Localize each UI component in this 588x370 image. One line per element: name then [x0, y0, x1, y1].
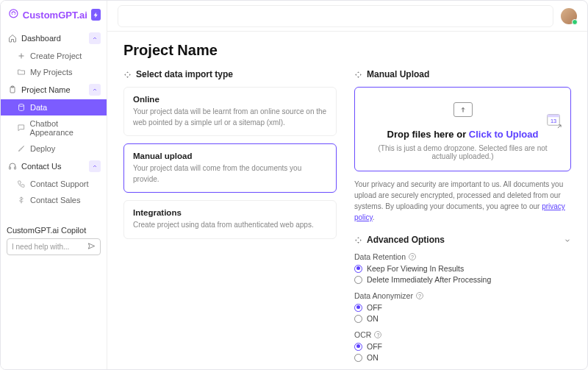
main: Project Name Select data import type Onl…: [107, 1, 587, 369]
privacy-period: .: [373, 213, 375, 221]
radio-anonymizer-on-label: ON: [367, 314, 379, 323]
topbar-search[interactable]: [118, 5, 553, 27]
radio-anonymizer-on[interactable]: ON: [354, 314, 571, 323]
clipboard-icon: [8, 85, 17, 94]
svg-point-2: [15, 14, 15, 15]
import-card-manual-desc: Your project data will come from the doc…: [133, 163, 327, 185]
brand[interactable]: CustomGPT.ai: [1, 1, 107, 29]
help-icon[interactable]: ?: [416, 292, 423, 299]
lightning-icon[interactable]: [91, 9, 101, 21]
import-card-manual-title: Manual upload: [133, 152, 327, 160]
privacy-text: Your privacy and security are important …: [354, 180, 563, 210]
nav-item-deploy[interactable]: Deploy: [1, 140, 107, 157]
import-card-online[interactable]: Online Your project data will be learnt …: [123, 87, 337, 136]
import-card-online-desc: Your project data will be learnt from an…: [133, 107, 327, 128]
radio-retention-delete-label: Delete Immediately After Processing: [367, 275, 491, 284]
svg-point-5: [19, 104, 24, 107]
import-card-manual[interactable]: Manual upload Your project data will com…: [123, 143, 337, 193]
radio-anonymizer-off-label: OFF: [367, 303, 382, 312]
radio-icon: [354, 276, 362, 284]
radio-ocr-on[interactable]: ON: [354, 353, 571, 362]
upload-column: Manual Upload Drop files here or Click t…: [354, 69, 571, 369]
chevron-up-icon: [89, 32, 101, 44]
help-icon[interactable]: ?: [409, 253, 416, 260]
import-type-heading: Select data import type: [123, 69, 337, 79]
sidebar: CustomGPT.ai Dashboard Create Proje: [1, 1, 107, 369]
database-icon: [17, 103, 26, 112]
svg-point-0: [10, 10, 18, 18]
radio-anonymizer-off[interactable]: OFF: [354, 303, 571, 312]
content: Project Name Select data import type Onl…: [107, 32, 587, 369]
radio-retention-delete[interactable]: Delete Immediately After Processing: [354, 275, 571, 284]
drag-handle-icon: [123, 71, 132, 79]
copilot-title: CustomGPT.ai Copilot: [7, 226, 101, 235]
radio-retention-keep[interactable]: Keep For Viewing In Results: [354, 264, 571, 273]
help-icon[interactable]: ?: [374, 331, 381, 338]
advanced-options-header[interactable]: Advanced Options: [354, 235, 571, 245]
phone-icon: [17, 179, 26, 188]
nav-item-chatbot-appearance[interactable]: Chatbot Appearance: [1, 115, 107, 140]
nav-item-data-label: Data: [30, 103, 47, 112]
nav-item-data[interactable]: Data: [1, 99, 107, 115]
nav-item-contact-support-label: Contact Support: [30, 179, 89, 188]
topbar: [107, 1, 587, 32]
nav-item-create-project-label: Create Project: [30, 51, 82, 60]
radio-ocr-on-label: ON: [367, 353, 379, 362]
copilot-section: CustomGPT.ai Copilot I need help with...: [1, 226, 107, 255]
copilot-input[interactable]: I need help with...: [7, 238, 101, 255]
chat-icon: [17, 124, 26, 132]
drag-handle-icon: [354, 236, 362, 244]
avatar[interactable]: [561, 8, 577, 24]
nav-item-contact-sales[interactable]: Contact Sales: [1, 192, 107, 208]
nav-group-dashboard[interactable]: Dashboard: [1, 29, 107, 48]
data-anonymizer-label: Data Anonymizer: [354, 291, 413, 300]
nav-group-contact-label: Contact Us: [21, 162, 61, 171]
calendar-icon: 13: [545, 111, 562, 127]
nav-item-create-project[interactable]: Create Project: [1, 48, 107, 64]
rocket-icon: [17, 144, 26, 153]
drag-handle-icon: [354, 71, 362, 79]
brand-name: CustomGPT.ai: [23, 10, 87, 21]
radio-icon: [354, 315, 362, 323]
nav-item-chatbot-appearance-label: Chatbot Appearance: [30, 119, 101, 137]
radio-icon: [354, 343, 362, 351]
import-card-online-title: Online: [133, 95, 327, 104]
plus-icon: [17, 51, 26, 60]
nav-item-my-projects-label: My Projects: [30, 68, 72, 77]
data-retention-group: Data Retention ? Keep For Viewing In Res…: [354, 252, 571, 284]
upload-icon: [453, 102, 473, 117]
page-title: Project Name: [107, 42, 587, 69]
upload-heading-text: Manual Upload: [367, 69, 429, 79]
nav-group-project[interactable]: Project Name: [1, 80, 107, 99]
import-type-heading-text: Select data import type: [136, 69, 233, 79]
dropzone[interactable]: Drop files here or Click to Upload (This…: [354, 87, 571, 171]
import-card-integrations-desc: Create project using data from authentic…: [133, 220, 327, 231]
ocr-group: OCR ? OFF ON: [354, 330, 571, 362]
import-card-integrations-title: Integrations: [133, 208, 327, 217]
ocr-label: OCR: [354, 330, 371, 339]
chevron-down-icon: [564, 236, 571, 243]
nav-item-my-projects[interactable]: My Projects: [1, 64, 107, 80]
headset-icon: [8, 162, 17, 171]
dollar-icon: [17, 196, 26, 204]
nav-item-deploy-label: Deploy: [30, 144, 55, 153]
nav-group-contact[interactable]: Contact Us: [1, 157, 107, 176]
nav-group-dashboard-label: Dashboard: [21, 34, 61, 43]
nav-item-contact-support[interactable]: Contact Support: [1, 176, 107, 192]
dropzone-click-link[interactable]: Click to Upload: [469, 129, 539, 140]
radio-icon: [354, 354, 362, 362]
chevron-up-icon: [89, 160, 101, 172]
radio-ocr-off-label: OFF: [367, 342, 382, 351]
advanced-options-heading: Advanced Options: [367, 235, 445, 245]
radio-icon: [354, 304, 362, 312]
send-icon[interactable]: [87, 242, 96, 252]
nav: Dashboard Create Project My Projects: [1, 29, 107, 208]
dropzone-text-prefix: Drop files here or: [387, 129, 469, 140]
radio-ocr-off[interactable]: OFF: [354, 342, 571, 351]
radio-icon: [354, 265, 362, 273]
svg-rect-7: [15, 167, 16, 169]
import-type-column: Select data import type Online Your proj…: [123, 69, 337, 369]
import-card-integrations[interactable]: Integrations Create project using data f…: [123, 200, 337, 239]
privacy-notice: Your privacy and security are important …: [354, 179, 571, 223]
copilot-placeholder: I need help with...: [12, 243, 69, 251]
